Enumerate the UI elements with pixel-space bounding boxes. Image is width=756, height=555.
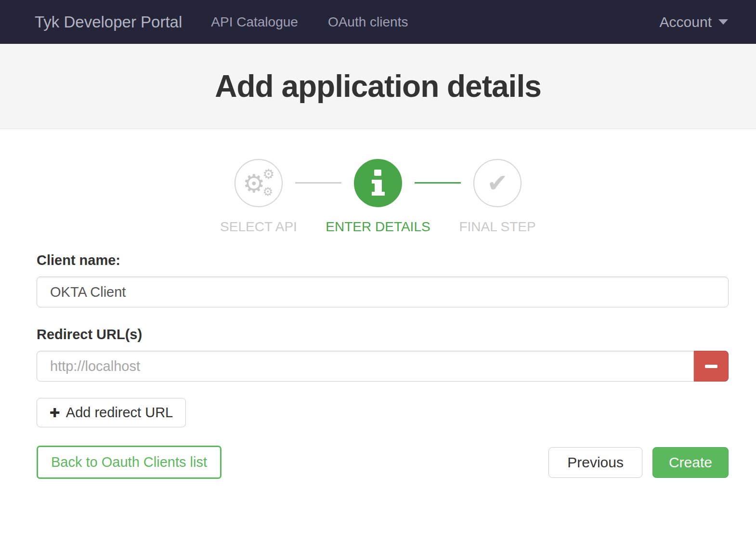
final-step-label: FINAL STEP (459, 219, 535, 235)
account-dropdown-label: Account (660, 14, 712, 30)
plus-icon: ✚ (50, 407, 60, 419)
info-icon (368, 170, 388, 197)
top-navbar: Tyk Developer Portal API Catalogue OAuth… (0, 0, 756, 44)
wizard-step-final-step[interactable]: ✔ FINAL STEP (473, 159, 521, 207)
back-to-oauth-clients-button[interactable]: Back to Oauth Clients list (37, 446, 222, 479)
client-name-input[interactable] (37, 277, 729, 307)
redirect-url-input[interactable] (37, 351, 694, 382)
wizard-connector-1 (295, 182, 341, 184)
create-button[interactable]: Create (652, 447, 729, 478)
select-api-step-label: SELECT API (220, 219, 297, 235)
wizard-connector-2 (415, 182, 461, 184)
final-step-circle: ✔ (473, 159, 521, 207)
wizard-step-enter-details[interactable]: ENTER DETAILS (354, 159, 402, 207)
application-details-form: Client name: Redirect URL(s) ✚ Add redir… (0, 207, 756, 479)
page-title: Add application details (215, 68, 541, 104)
wizard-step-select-api[interactable]: ⚙ ⚙ ⚙ SELECT API (235, 159, 283, 207)
field-gap (37, 307, 729, 327)
check-icon: ✔ (487, 171, 508, 196)
brand-tyk-developer-portal[interactable]: Tyk Developer Portal (35, 13, 182, 31)
account-dropdown[interactable]: Account (660, 14, 728, 30)
form-footer: Back to Oauth Clients list Previous Crea… (37, 446, 729, 479)
nav-item-api-catalogue[interactable]: API Catalogue (211, 14, 298, 30)
select-api-step-circle: ⚙ ⚙ ⚙ (235, 159, 283, 207)
chevron-down-icon (718, 19, 728, 25)
minus-icon (705, 365, 717, 368)
nav-item-oauth-clients[interactable]: OAuth clients (328, 14, 408, 30)
redirect-url-input-group (37, 351, 729, 382)
previous-button[interactable]: Previous (548, 447, 642, 478)
client-name-label: Client name: (37, 252, 729, 268)
page-header: Add application details (0, 44, 756, 129)
navbar-links: API Catalogue OAuth clients (211, 14, 438, 30)
redirect-urls-label: Redirect URL(s) (37, 327, 729, 343)
add-redirect-url-button[interactable]: ✚ Add redirect URL (37, 398, 186, 427)
remove-redirect-url-button[interactable] (694, 351, 729, 382)
enter-details-step-circle (354, 159, 402, 207)
add-redirect-url-label: Add redirect URL (66, 405, 173, 421)
gears-icon: ⚙ ⚙ ⚙ (243, 169, 274, 198)
wizard-steps: ⚙ ⚙ ⚙ SELECT API ENTER DETAILS ✔ FINAL S… (0, 159, 756, 207)
enter-details-step-label: ENTER DETAILS (326, 219, 430, 235)
